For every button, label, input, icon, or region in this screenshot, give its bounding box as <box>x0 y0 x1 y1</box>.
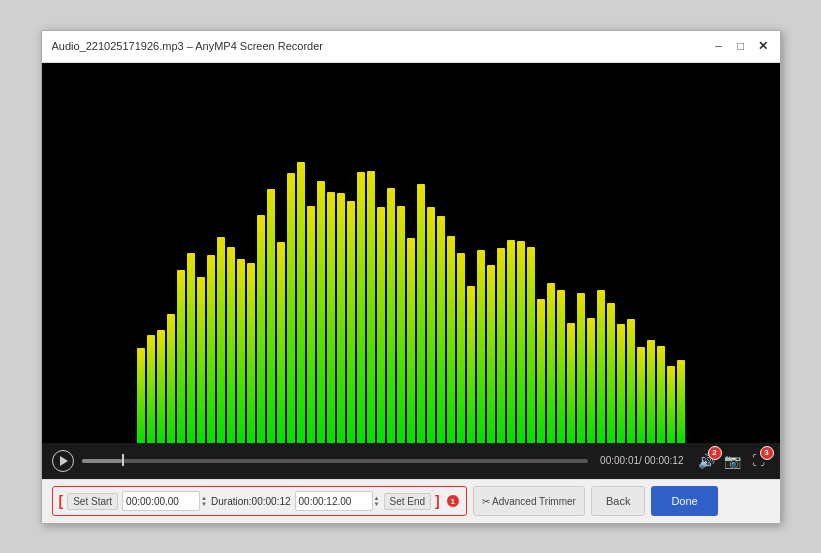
waveform-bar <box>467 286 475 443</box>
start-spin-down[interactable]: ▼ <box>201 501 207 507</box>
trim-section: [ Set Start 00:00:00.00 ▲ ▼ Duration:00:… <box>52 486 467 516</box>
start-spin-arrows: ▲ ▼ <box>201 495 207 507</box>
waveform-bar <box>667 366 675 443</box>
minimize-button[interactable]: – <box>712 40 726 52</box>
waveform-bar <box>387 188 395 443</box>
waveform-bar <box>177 270 185 443</box>
waveform-bar <box>517 241 525 443</box>
waveform-bar <box>187 253 195 443</box>
waveform-bar <box>647 340 655 443</box>
waveform-bar <box>527 247 535 443</box>
waveform <box>127 143 695 443</box>
waveform-bar <box>287 173 295 443</box>
end-time-input[interactable]: 00:00:12.00 ▲ ▼ <box>295 491 380 511</box>
waveform-bar <box>447 236 455 443</box>
end-spin-down[interactable]: ▼ <box>374 501 380 507</box>
fullscreen-badge: 3 <box>760 446 774 460</box>
waveform-bar <box>357 172 365 443</box>
waveform-bar <box>507 240 515 443</box>
window-controls: – □ ✕ <box>712 40 770 52</box>
waveform-bar <box>457 253 465 443</box>
waveform-bar <box>397 206 405 443</box>
waveform-bar <box>317 181 325 443</box>
duration-label: Duration:00:00:12 <box>211 496 291 507</box>
volume-button[interactable]: 🔊 2 <box>696 450 718 472</box>
window-title: Audio_221025171926.mp3 – AnyMP4 Screen R… <box>52 40 324 52</box>
seekbar-track <box>82 459 589 463</box>
waveform-bar <box>207 255 215 443</box>
play-icon <box>60 456 68 466</box>
play-button[interactable] <box>52 450 74 472</box>
waveform-bar <box>307 206 315 443</box>
start-time-input[interactable]: 00:00:00.00 ▲ ▼ <box>122 491 207 511</box>
waveform-bar <box>147 335 155 443</box>
waveform-bar <box>567 323 575 443</box>
waveform-bar <box>497 248 505 443</box>
seekbar-thumb <box>122 454 124 466</box>
trim-bar: [ Set Start 00:00:00.00 ▲ ▼ Duration:00:… <box>42 479 780 523</box>
waveform-bar <box>417 184 425 443</box>
right-bracket: ] <box>435 493 440 509</box>
close-button[interactable]: ✕ <box>756 40 770 52</box>
waveform-bar <box>297 162 305 443</box>
waveform-bar <box>607 303 615 443</box>
waveform-bar <box>237 259 245 443</box>
volume-badge: 2 <box>708 446 722 460</box>
waveform-bar <box>537 299 545 443</box>
waveform-bar <box>427 207 435 443</box>
waveform-bar <box>677 360 685 443</box>
start-time-value[interactable]: 00:00:00.00 <box>122 491 200 511</box>
waveform-bar <box>557 290 565 443</box>
waveform-bar <box>407 238 415 443</box>
left-bracket: [ <box>59 493 64 509</box>
waveform-bar <box>197 277 205 443</box>
end-spin-arrows: ▲ ▼ <box>374 495 380 507</box>
waveform-bar <box>437 216 445 443</box>
waveform-bar <box>547 283 555 443</box>
waveform-bar <box>377 207 385 443</box>
waveform-bar <box>617 324 625 443</box>
waveform-bar <box>267 189 275 443</box>
maximize-button[interactable]: □ <box>734 40 748 52</box>
waveform-bar <box>277 242 285 443</box>
waveform-bar <box>337 193 345 443</box>
waveform-bar <box>327 192 335 443</box>
media-display <box>42 63 780 443</box>
waveform-bar <box>487 265 495 443</box>
waveform-bar <box>167 314 175 443</box>
trim-badge: 1 <box>446 494 460 508</box>
camera-icon: 📷 <box>724 453 741 469</box>
waveform-bar <box>587 318 595 443</box>
waveform-bar <box>257 215 265 443</box>
camera-button[interactable]: 📷 <box>722 450 744 472</box>
end-time-value[interactable]: 00:00:12.00 <box>295 491 373 511</box>
waveform-bar <box>137 348 145 443</box>
waveform-bar <box>247 263 255 443</box>
transport-bar: 00:00:01/ 00:00:12 🔊 2 📷 ⛶ 3 <box>42 443 780 479</box>
set-start-button[interactable]: Set Start <box>67 493 118 510</box>
set-end-button[interactable]: Set End <box>384 493 432 510</box>
title-bar: Audio_221025171926.mp3 – AnyMP4 Screen R… <box>42 31 780 63</box>
waveform-bar <box>157 330 165 443</box>
waveform-bar <box>367 171 375 443</box>
app-window: Audio_221025171926.mp3 – AnyMP4 Screen R… <box>41 30 781 524</box>
waveform-bar <box>627 319 635 443</box>
back-button[interactable]: Back <box>591 486 645 516</box>
waveform-bar <box>217 237 225 443</box>
advanced-trimmer-button[interactable]: ✂ Advanced Trimmer <box>473 486 585 516</box>
time-display: 00:00:01/ 00:00:12 <box>600 455 683 466</box>
waveform-bar <box>577 293 585 443</box>
fullscreen-button[interactable]: ⛶ 3 <box>748 450 770 472</box>
waveform-bar <box>597 290 605 443</box>
seekbar[interactable] <box>82 458 589 464</box>
waveform-bar <box>657 346 665 443</box>
waveform-bar <box>637 347 645 443</box>
seekbar-fill <box>82 459 123 463</box>
waveform-bar <box>477 250 485 443</box>
waveform-bar <box>227 247 235 443</box>
done-button[interactable]: Done <box>651 486 717 516</box>
waveform-bar <box>347 201 355 443</box>
transport-icons: 🔊 2 📷 ⛶ 3 <box>696 450 770 472</box>
